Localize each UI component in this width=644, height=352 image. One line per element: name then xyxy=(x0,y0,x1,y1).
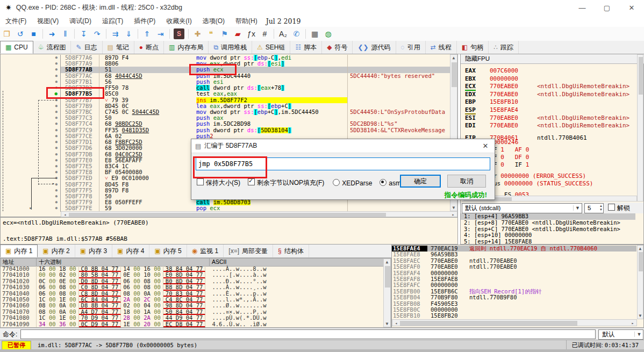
register-row[interactable]: EBP15E8FB10 xyxy=(461,98,635,106)
dump-tab-内存 2[interactable]: ▣内存 2 xyxy=(38,245,75,257)
dump-tab-内存 4[interactable]: ▣内存 4 xyxy=(112,245,149,257)
hash-icon[interactable]: # xyxy=(258,28,271,40)
stack-row[interactable]: 15E8FAF815E8FAE8 xyxy=(392,276,636,282)
command-input[interactable] xyxy=(20,329,596,339)
stack-row[interactable]: 15E8FAE4770EAC19返回到 ntdll.770EAC19 自 ntd… xyxy=(392,246,636,252)
row-dot-icon[interactable]: ● xyxy=(1,73,61,79)
disasm-row[interactable]: ●5D8F77AB51push ecx xyxy=(1,67,450,73)
menu-item-1[interactable]: 视图(V) xyxy=(32,16,64,27)
cancel-button[interactable]: 取消 xyxy=(447,175,486,188)
stack-row[interactable]: 15E8FAF0770EABE0ntdll.770EABE0 xyxy=(392,264,636,270)
register-row[interactable]: EDX770EABE0<ntdll.DbgUiRemoteBreakin> xyxy=(461,91,635,99)
dump-tab-内存 1[interactable]: ▣内存 1 xyxy=(0,245,38,257)
unlock-checkbox[interactable] xyxy=(608,204,615,211)
open-file-icon[interactable]: ❐ xyxy=(0,28,13,40)
dump-tab-内存 5[interactable]: ▣内存 5 xyxy=(149,245,187,257)
assembly-instruction-input[interactable] xyxy=(196,157,490,170)
registers-vertical-scrollbar[interactable] xyxy=(637,54,643,202)
tab-线程[interactable]: ⇄线程 xyxy=(426,41,457,54)
comment-icon[interactable]: ❝ xyxy=(204,28,218,40)
stack-row[interactable]: 15E8FB08F45905E3 xyxy=(392,301,636,307)
label-icon[interactable]: ⚑ xyxy=(218,28,231,40)
stack-horizontal-scrollbar[interactable]: ◂▸ xyxy=(392,319,637,326)
disasm-horizontal-scrollbar[interactable]: ◂▸ xyxy=(61,211,457,217)
step-over-icon[interactable]: ↷ xyxy=(90,28,104,40)
tab-脚本[interactable]: ☷脚本 xyxy=(290,41,322,54)
tab-调用堆栈[interactable]: ⧉调用堆栈 xyxy=(209,41,252,54)
dump-tab-结构体[interactable]: §结构体 xyxy=(273,245,309,257)
restart-icon[interactable]: ↺ xyxy=(13,28,27,40)
menu-item-3[interactable]: 追踪(T) xyxy=(97,16,128,27)
argument-count-spinner[interactable]: 5▲▼ xyxy=(584,203,604,213)
register-row[interactable]: EBX00000000 xyxy=(461,75,635,83)
menu-item-2[interactable]: 调试(D) xyxy=(64,16,97,27)
stack-row[interactable]: 15E8FB04770B9F80ntdll.770B9F80 xyxy=(392,294,636,300)
command-profile-select[interactable]: 默认▼ xyxy=(598,329,643,340)
stop-icon[interactable]: ■ xyxy=(27,28,40,40)
stack-row[interactable]: 15E8FB0C00000000 xyxy=(392,307,636,313)
argument-row[interactable]: 2: [esp+8] 770EABE0 <ntdll.DbgUiRemoteBr… xyxy=(461,220,635,226)
globe-icon[interactable]: ◍ xyxy=(321,28,335,40)
dump-vertical-scrollbar[interactable]: ▲▼ xyxy=(383,258,391,327)
close-button[interactable]: ✕ xyxy=(619,0,644,15)
maximize-button[interactable]: ▢ xyxy=(595,0,619,15)
dump-tab-内存 3[interactable]: ▣内存 3 xyxy=(75,245,112,257)
disasm-row[interactable]: ●5D8F77B585C0test eax,eax xyxy=(1,91,450,97)
calculator-icon[interactable]: ▦ xyxy=(308,28,321,40)
keep-size-checkbox[interactable]: 保持大小(S) xyxy=(197,178,240,188)
row-dot-icon[interactable]: ● xyxy=(1,55,61,61)
breakpoint-dot-icon[interactable]: ● xyxy=(1,91,61,97)
tab-源代码[interactable]: ❮❯源代码 xyxy=(353,41,396,54)
tab-内存布局[interactable]: ▥内存布局 xyxy=(164,41,209,54)
tab-流程图[interactable]: ♧流程图 xyxy=(33,41,71,54)
register-row[interactable]: EDI770EABE0<ntdll.DbgUiRemoteBreakin> xyxy=(461,122,635,130)
ok-button[interactable]: 确定 xyxy=(400,175,441,188)
disasm-row[interactable]: ●5D8F77C468 98BDC25Dpush im.5DC2BD985DC2… xyxy=(1,121,450,127)
function-icon[interactable]: ƒx xyxy=(245,28,258,40)
scylla-icon[interactable]: S xyxy=(174,28,184,39)
row-dot-icon[interactable]: ● xyxy=(1,67,61,73)
menu-item-0[interactable]: 文件(F) xyxy=(0,16,32,27)
run-to-cursor-icon[interactable]: ⇉ xyxy=(109,28,122,40)
xedparse-radio[interactable]: XEDParse xyxy=(333,178,372,187)
tab-笔记[interactable]: ▤笔记 xyxy=(103,41,134,54)
nop-fill-checkbox[interactable]: 剩余字节以NOP填充(F) xyxy=(248,178,324,188)
register-row[interactable]: ECX770EABE0<ntdll.DbgUiRemoteBreakin> xyxy=(461,83,635,91)
row-dot-icon[interactable]: ● xyxy=(1,61,61,67)
register-row[interactable]: ESI770EABE0<ntdll.DbgUiRemoteBreakin> xyxy=(461,114,635,123)
minimize-button[interactable]: — xyxy=(570,0,595,15)
tab-句柄[interactable]: ◧句柄 xyxy=(457,41,489,54)
row-dot-icon[interactable]: ● xyxy=(1,79,61,85)
execute-till-return-icon[interactable]: ⇓ xyxy=(122,28,135,40)
stack-row[interactable]: 15E8FAF400000000 xyxy=(392,270,636,276)
tab-CPU[interactable]: ▦CPU xyxy=(0,41,33,54)
run-icon[interactable]: ➜ xyxy=(45,28,59,40)
menu-item-6[interactable]: 选项(O) xyxy=(197,16,230,27)
tab-SEH链[interactable]: ⚠SEH链 xyxy=(252,41,290,54)
register-row[interactable]: ESP15E8FAE4 xyxy=(461,106,635,114)
stack-row[interactable]: 15E8FB1015E8FB20 xyxy=(392,313,636,319)
menu-item-5[interactable]: 收藏夹(I) xyxy=(161,16,197,27)
attach-icon[interactable]: ✆ xyxy=(290,28,303,40)
step-out-icon[interactable]: ⇑ xyxy=(140,28,154,40)
tab-引用[interactable]: ◌引用 xyxy=(396,41,426,54)
bookmark-icon[interactable]: ▰ xyxy=(231,28,245,40)
dump-row[interactable]: 7704109034 00 36 000C D9 04 771E 00 20 0… xyxy=(1,321,379,327)
font-icon[interactable]: A₂ xyxy=(276,28,290,40)
register-row[interactable]: EAX007C6000 xyxy=(461,67,635,75)
tab-符号[interactable]: ◆符号 xyxy=(322,41,353,54)
menu-item-7[interactable]: 帮助(H) xyxy=(230,16,263,27)
patch-icon[interactable]: ✚ xyxy=(191,28,204,40)
menu-item-4[interactable]: 插件(P) xyxy=(128,16,161,27)
pause-icon[interactable]: ‖ xyxy=(59,28,72,40)
tab-跟踪[interactable]: ∴跟踪 xyxy=(489,41,519,54)
dialog-close-icon[interactable]: ✕ xyxy=(476,142,495,150)
tab-断点[interactable]: ●断点 xyxy=(134,41,164,54)
calling-convention-select[interactable]: 默认 (stdcall)▼ xyxy=(462,203,582,213)
hide-fpu-button[interactable]: 隐藏FPU xyxy=(461,54,644,64)
stack-vertical-scrollbar[interactable]: ▲▼ xyxy=(637,245,643,319)
dump-tab-局部变量[interactable]: [x=]局部变量 xyxy=(224,245,273,257)
disasm-row[interactable]: ●5D8F77FE59pop ecx xyxy=(1,205,450,211)
dump-tab-监视 1[interactable]: ◉监视 1 xyxy=(187,245,224,257)
tab-日志[interactable]: ✎日志 xyxy=(71,41,102,54)
